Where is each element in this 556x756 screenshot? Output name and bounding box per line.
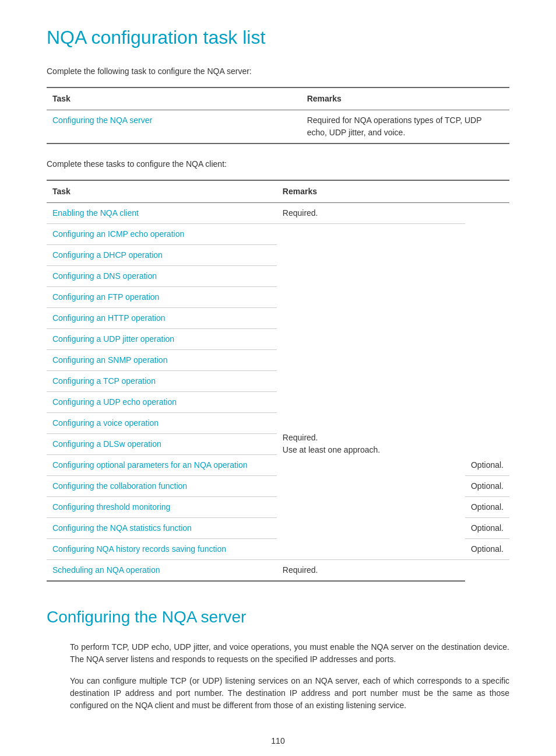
section2-title: Configuring the NQA server [47, 605, 509, 629]
task-cell: Configuring a voice operation [47, 413, 277, 434]
table-row: Enabling the NQA clientRequired. [47, 203, 509, 224]
task-cell: Enabling the NQA client [47, 203, 277, 224]
task-link[interactable]: Configuring a voice operation [52, 418, 159, 428]
task-link[interactable]: Configuring the NQA server [52, 116, 152, 125]
server-table-remarks-header: Remarks [301, 88, 509, 110]
task-cell: Configuring the NQA server [47, 110, 301, 144]
task-cell: Configuring the collaboration function [47, 476, 277, 497]
task-link[interactable]: Configuring an SNMP operation [52, 355, 167, 365]
task-cell: Configuring threshold monitoring [47, 497, 277, 518]
task-link[interactable]: Enabling the NQA client [52, 208, 139, 218]
task-cell: Configuring optional parameters for an N… [47, 455, 277, 476]
task-link[interactable]: Scheduling an NQA operation [52, 565, 160, 575]
page-number: 110 [47, 735, 509, 747]
task-link[interactable]: Configuring the NQA statistics function [52, 523, 192, 533]
task-link[interactable]: Configuring a DLSw operation [52, 439, 161, 449]
table-row: Configuring a DHCP operation [47, 245, 509, 266]
task-cell: Configuring a TCP operation [47, 371, 277, 392]
client-table-task-header: Task [47, 180, 277, 203]
body-paragraph: You can configure multiple TCP (or UDP) … [47, 675, 509, 712]
remarks-cell: Required. [277, 203, 465, 224]
task-link[interactable]: Configuring a DNS operation [52, 271, 157, 281]
server-table: Task Remarks Configuring the NQA serverR… [47, 87, 509, 144]
table-row: Configuring an HTTP operation [47, 308, 509, 329]
task-cell: Configuring a DHCP operation [47, 245, 277, 266]
task-link[interactable]: Configuring an FTP operation [52, 292, 159, 302]
table-row: Configuring a DNS operation [47, 266, 509, 287]
task-link[interactable]: Configuring a UDP jitter operation [52, 334, 174, 344]
task-cell: Configuring an ICMP echo operation [47, 224, 277, 245]
task-cell: Configuring an SNMP operation [47, 350, 277, 371]
table-row: Configuring an ICMP echo operation [47, 224, 509, 245]
remarks-cell-merged: Required.Use at least one approach. [277, 329, 465, 560]
remarks-cell: Optional. [465, 455, 509, 476]
remarks-cell: Optional. [465, 476, 509, 497]
remarks-cell: Optional. [465, 497, 509, 518]
body-paragraph: To perform TCP, UDP echo, UDP jitter, an… [47, 641, 509, 666]
task-cell: Configuring a DLSw operation [47, 434, 277, 455]
task-cell: Scheduling an NQA operation [47, 560, 277, 582]
task-cell: Configuring a DNS operation [47, 266, 277, 287]
remarks-cell: Required. [277, 560, 465, 582]
task-link[interactable]: Configuring threshold monitoring [52, 502, 170, 512]
client-table: Task Remarks Enabling the NQA clientRequ… [47, 180, 509, 582]
task-cell: Configuring a UDP jitter operation [47, 329, 277, 350]
remarks-cell: Optional. [465, 539, 509, 560]
page-title: NQA configuration task list [47, 23, 509, 51]
task-cell: Configuring the NQA statistics function [47, 518, 277, 539]
client-table-remarks-header: Remarks [277, 180, 465, 203]
table-row: Configuring a UDP jitter operationRequir… [47, 329, 509, 350]
task-link[interactable]: Configuring the collaboration function [52, 481, 187, 491]
remarks-cell: Required for NQA operations types of TCP… [301, 110, 509, 144]
table-row: Configuring the NQA serverRequired for N… [47, 110, 509, 144]
task-cell: Configuring a UDP echo operation [47, 392, 277, 413]
task-cell: Configuring an HTTP operation [47, 308, 277, 329]
task-link[interactable]: Configuring an HTTP operation [52, 313, 166, 323]
task-link[interactable]: Configuring a TCP operation [52, 376, 156, 386]
task-cell: Configuring NQA history records saving f… [47, 539, 277, 560]
remarks-cell: Optional. [465, 518, 509, 539]
intro-text-1: Complete the following task to configure… [47, 65, 509, 78]
intro-text-2: Complete these tasks to configure the NQ… [47, 158, 509, 170]
task-link[interactable]: Configuring NQA history records saving f… [52, 544, 226, 554]
task-link[interactable]: Configuring optional parameters for an N… [52, 460, 248, 470]
table-row: Configuring an FTP operation [47, 287, 509, 308]
task-cell: Configuring an FTP operation [47, 287, 277, 308]
task-link[interactable]: Configuring an ICMP echo operation [52, 229, 184, 239]
task-link[interactable]: Configuring a UDP echo operation [52, 397, 177, 407]
task-link[interactable]: Configuring a DHCP operation [52, 250, 163, 260]
table-row: Scheduling an NQA operationRequired. [47, 560, 509, 582]
server-table-task-header: Task [47, 88, 301, 110]
